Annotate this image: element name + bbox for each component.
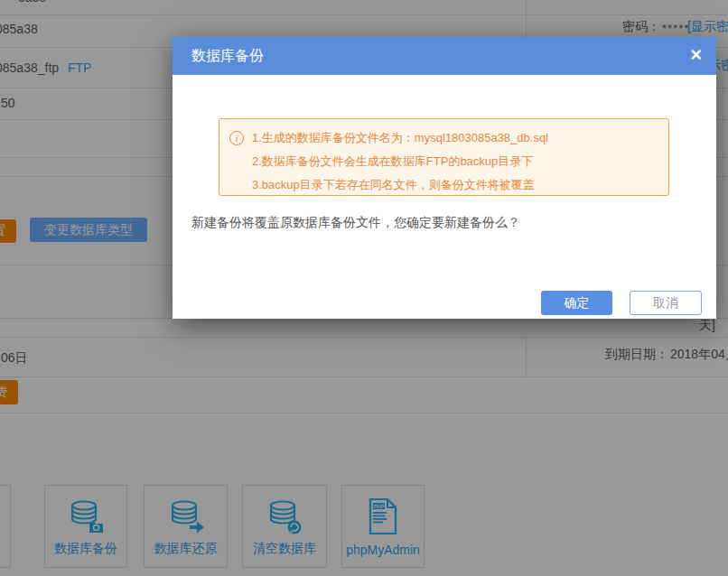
- notice-line-1: 1.生成的数据库备份文件名为：mysql1803085a38_db.sql: [252, 126, 548, 150]
- confirm-message: 新建备份将覆盖原数据库备份文件，您确定要新建备份么？: [191, 215, 520, 231]
- notice-box: i 1.生成的数据库备份文件名为：mysql1803085a38_db.sql …: [219, 118, 669, 196]
- dialog-header: 数据库备份 ×: [173, 37, 716, 75]
- notice-line-3: 3.backup目录下若存在同名文件，则备份文件将被覆盖: [252, 173, 548, 197]
- notice-line-2: 2.数据库备份文件会生成在数据库FTP的backup目录下: [252, 150, 548, 173]
- database-backup-dialog: 数据库备份 × i 1.生成的数据库备份文件名为：mysql1803085a38…: [173, 37, 716, 319]
- close-icon[interactable]: ×: [690, 37, 702, 73]
- info-icon: i: [229, 131, 244, 145]
- notice-lines: 1.生成的数据库备份文件名为：mysql1803085a38_db.sql 2.…: [252, 126, 548, 197]
- page-root: 5a38 085a38 085a38_ftp FTP 50 密码： ***** …: [0, 0, 728, 576]
- confirm-button[interactable]: 确定: [541, 291, 612, 315]
- cancel-button[interactable]: 取消: [630, 291, 702, 315]
- dialog-title: 数据库备份: [191, 37, 264, 75]
